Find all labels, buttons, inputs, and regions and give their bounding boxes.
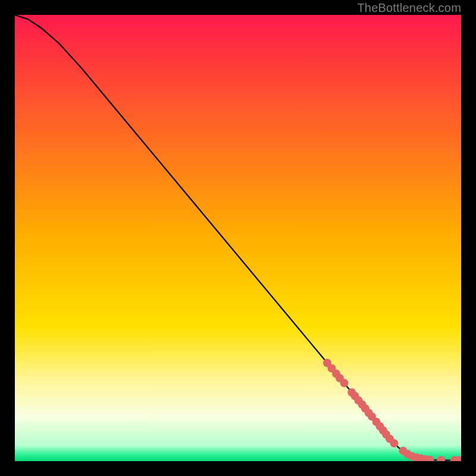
bottleneck-chart: [15, 15, 461, 461]
watermark-text: TheBottleneck.com: [357, 1, 461, 15]
data-point: [390, 439, 399, 447]
chart-background: [15, 15, 461, 461]
data-point: [340, 379, 349, 387]
